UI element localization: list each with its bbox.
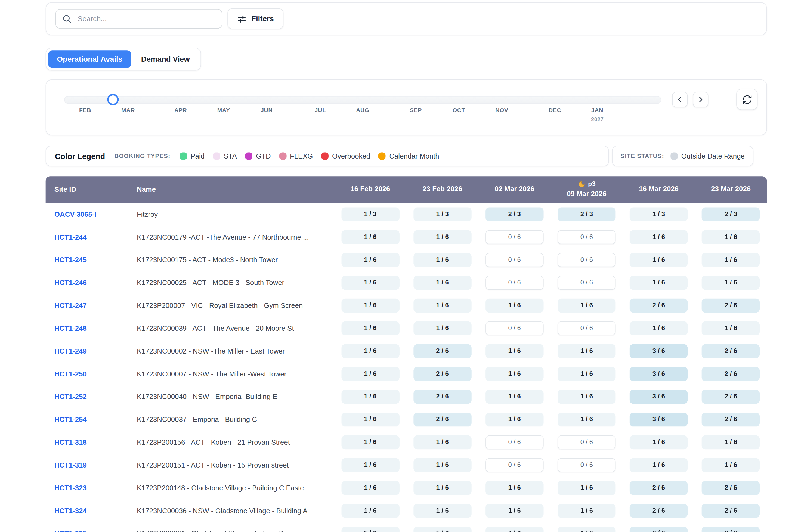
site-id-link[interactable]: HCT1-246 — [54, 279, 87, 287]
availability-badge[interactable]: 1 / 6 — [557, 526, 615, 532]
timeline-next-button[interactable] — [693, 92, 708, 108]
availability-badge[interactable]: 2 / 6 — [702, 480, 760, 494]
availability-badge[interactable]: 1 / 6 — [486, 367, 544, 380]
site-id-link[interactable]: HCT1-323 — [54, 484, 87, 492]
availability-badge[interactable]: 1 / 6 — [413, 253, 471, 267]
availability-badge[interactable]: 1 / 6 — [413, 480, 471, 494]
availability-badge[interactable]: 2 / 3 — [557, 207, 615, 221]
site-id-link[interactable]: HCT1-245 — [54, 256, 87, 264]
availability-badge[interactable]: 1 / 6 — [630, 230, 688, 244]
availability-badge[interactable]: 0 / 6 — [486, 321, 544, 335]
site-id-link[interactable]: HCT1-247 — [54, 302, 87, 309]
site-id-link[interactable]: HCT1-250 — [54, 370, 87, 378]
availability-badge[interactable]: 1 / 6 — [413, 526, 471, 532]
availability-badge[interactable]: 0 / 6 — [486, 435, 544, 449]
availability-badge[interactable]: 1 / 6 — [341, 390, 399, 403]
availability-badge[interactable]: 1 / 6 — [486, 480, 544, 494]
site-id-link[interactable]: HCT1-325 — [54, 530, 87, 532]
availability-badge[interactable]: 1 / 6 — [413, 298, 471, 312]
availability-badge[interactable]: 2 / 6 — [702, 412, 760, 426]
availability-badge[interactable]: 3 / 6 — [630, 390, 688, 403]
availability-badge[interactable]: 1 / 6 — [413, 504, 471, 517]
availability-badge[interactable]: 2 / 6 — [702, 504, 760, 517]
site-id-link[interactable]: HCT1-319 — [54, 461, 87, 469]
availability-badge[interactable]: 0 / 6 — [486, 253, 544, 267]
availability-badge[interactable]: 1 / 6 — [486, 504, 544, 517]
availability-badge[interactable]: 1 / 6 — [630, 458, 688, 472]
availability-badge[interactable]: 0 / 6 — [557, 458, 615, 472]
availability-badge[interactable]: 0 / 6 — [486, 276, 544, 289]
availability-badge[interactable]: 2 / 6 — [630, 526, 688, 532]
filters-button[interactable]: Filters — [227, 8, 283, 29]
availability-badge[interactable]: 1 / 6 — [341, 276, 399, 289]
availability-badge[interactable]: 2 / 6 — [702, 367, 760, 380]
availability-badge[interactable]: 0 / 6 — [557, 253, 615, 267]
availability-badge[interactable]: 1 / 6 — [486, 344, 544, 358]
site-id-link[interactable]: HCT1-324 — [54, 507, 87, 515]
availability-badge[interactable]: 1 / 6 — [557, 344, 615, 358]
availability-badge[interactable]: 1 / 6 — [557, 412, 615, 426]
availability-badge[interactable]: 3 / 6 — [630, 412, 688, 426]
availability-badge[interactable]: 1 / 6 — [413, 458, 471, 472]
tab-operational-avails[interactable]: Operational Avails — [48, 50, 131, 68]
availability-badge[interactable]: 1 / 6 — [630, 253, 688, 267]
tab-demand-view[interactable]: Demand View — [132, 50, 198, 68]
availability-badge[interactable]: 2 / 6 — [630, 298, 688, 312]
availability-badge[interactable]: 2 / 6 — [702, 526, 760, 532]
availability-badge[interactable]: 2 / 6 — [702, 344, 760, 358]
availability-badge[interactable]: 1 / 3 — [413, 207, 471, 221]
availability-badge[interactable]: 0 / 6 — [486, 458, 544, 472]
availability-badge[interactable]: 2 / 3 — [486, 207, 544, 221]
site-id-link[interactable]: HCT1-248 — [54, 324, 87, 332]
site-id-link[interactable]: HCT1-318 — [54, 438, 87, 446]
availability-badge[interactable]: 1 / 6 — [341, 230, 399, 244]
availability-badge[interactable]: 1 / 6 — [341, 298, 399, 312]
site-id-link[interactable]: HCT1-244 — [54, 233, 87, 241]
availability-badge[interactable]: 1 / 6 — [702, 435, 760, 449]
availability-badge[interactable]: 1 / 6 — [557, 390, 615, 403]
availability-badge[interactable]: 1 / 6 — [413, 230, 471, 244]
availability-badge[interactable]: 1 / 6 — [341, 435, 399, 449]
availability-badge[interactable]: 1 / 6 — [557, 298, 615, 312]
availability-badge[interactable]: 1 / 6 — [413, 321, 471, 335]
availability-badge[interactable]: 1 / 6 — [630, 435, 688, 449]
availability-badge[interactable]: 1 / 6 — [630, 276, 688, 289]
availability-badge[interactable]: 1 / 6 — [341, 412, 399, 426]
availability-badge[interactable]: 2 / 6 — [630, 480, 688, 494]
site-id-link[interactable]: OACV-3065-I — [54, 210, 96, 218]
availability-badge[interactable]: 1 / 6 — [557, 504, 615, 517]
availability-badge[interactable]: 1 / 6 — [702, 253, 760, 267]
availability-badge[interactable]: 1 / 6 — [486, 390, 544, 403]
availability-badge[interactable]: 0 / 6 — [557, 321, 615, 335]
availability-badge[interactable]: 1 / 6 — [557, 480, 615, 494]
availability-badge[interactable]: 1 / 6 — [341, 367, 399, 380]
availability-badge[interactable]: 1 / 6 — [630, 321, 688, 335]
site-id-link[interactable]: HCT1-254 — [54, 416, 87, 423]
availability-badge[interactable]: 1 / 6 — [702, 458, 760, 472]
timeline-track[interactable] — [64, 96, 661, 104]
availability-badge[interactable]: 1 / 6 — [557, 367, 615, 380]
availability-badge[interactable]: 0 / 6 — [557, 276, 615, 289]
search-input[interactable] — [77, 14, 216, 23]
availability-badge[interactable]: 1 / 6 — [341, 321, 399, 335]
availability-badge[interactable]: 3 / 6 — [630, 344, 688, 358]
availability-badge[interactable]: 2 / 6 — [413, 390, 471, 403]
availability-badge[interactable]: 1 / 6 — [486, 526, 544, 532]
availability-badge[interactable]: 1 / 6 — [413, 276, 471, 289]
site-id-link[interactable]: HCT1-252 — [54, 393, 87, 401]
refresh-button[interactable] — [736, 89, 758, 110]
availability-badge[interactable]: 3 / 6 — [630, 367, 688, 380]
availability-badge[interactable]: 2 / 3 — [702, 207, 760, 221]
availability-badge[interactable]: 1 / 6 — [341, 504, 399, 517]
availability-badge[interactable]: 2 / 6 — [702, 390, 760, 403]
availability-badge[interactable]: 1 / 6 — [341, 344, 399, 358]
site-id-link[interactable]: HCT1-249 — [54, 347, 87, 355]
availability-badge[interactable]: 1 / 3 — [630, 207, 688, 221]
availability-badge[interactable]: 0 / 6 — [557, 435, 615, 449]
timeline-prev-button[interactable] — [672, 92, 688, 108]
availability-badge[interactable]: 1 / 6 — [341, 253, 399, 267]
timeline-handle[interactable] — [108, 94, 119, 105]
availability-badge[interactable]: 1 / 6 — [486, 298, 544, 312]
availability-badge[interactable]: 2 / 6 — [413, 344, 471, 358]
availability-badge[interactable]: 2 / 6 — [413, 367, 471, 380]
